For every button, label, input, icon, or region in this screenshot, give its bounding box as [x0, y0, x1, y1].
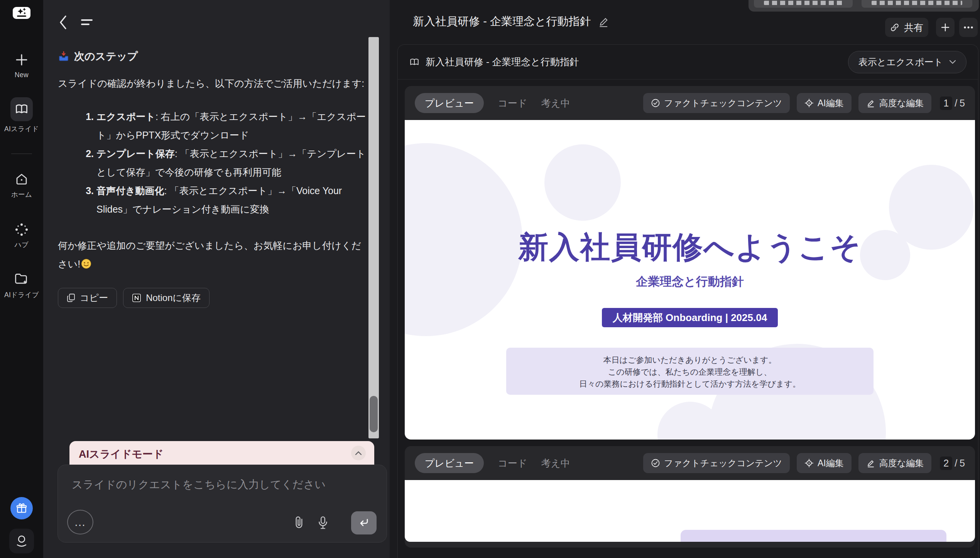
app-logo-icon[interactable] — [13, 7, 30, 19]
decorative-circle — [544, 144, 621, 221]
slide-card-2: プレビュー コード 考え中 ファクトチェックコンテンツ — [405, 446, 975, 548]
link-icon — [890, 23, 899, 32]
ai-target-icon — [804, 98, 814, 108]
next-steps-list: エクスポート: 右上の「表示とエクスポート」→「エクスポート」からPPTX形式で… — [58, 107, 369, 218]
tab-code[interactable]: コード — [498, 97, 527, 110]
ai-edit-button[interactable]: AI編集 — [797, 93, 852, 113]
slide-badge: 人材開発部 Onboarding | 2025.04 — [602, 308, 778, 327]
copy-button[interactable]: コピー — [58, 288, 117, 308]
tab-thinking[interactable]: 考え中 — [541, 97, 571, 110]
attach-file-button[interactable] — [293, 516, 306, 530]
chat-scrollbar-thumb[interactable] — [370, 396, 378, 432]
tab-thinking[interactable]: 考え中 — [541, 457, 571, 470]
user-avatar[interactable] — [9, 529, 34, 553]
tab-preview[interactable]: プレビュー — [415, 93, 484, 113]
gift-icon — [15, 502, 28, 514]
note-line: 日々の業務における行動指針として活かす方法を学びます。 — [506, 378, 874, 390]
list-item: テンプレート保存: 「表示とエクスポート」→「テンプレートとして保存」で今後の研… — [96, 144, 369, 181]
document-title-bar: 新入社員研修 - 企業理念と行動指針 — [413, 0, 609, 43]
list-item: エクスポート: 右上の「表示とエクスポート」→「エクスポート」からPPTX形式で… — [96, 107, 369, 144]
note-line: この研修では、私たちの企業理念を理解し、 — [506, 366, 874, 378]
collapse-banner-button[interactable] — [351, 446, 366, 460]
back-button[interactable] — [58, 15, 69, 30]
gift-button[interactable] — [10, 497, 33, 519]
advanced-edit-button[interactable]: 高度な編集 — [858, 93, 932, 113]
slide-card-header: プレビュー コード 考え中 ファクトチェックコンテンツ — [405, 86, 975, 120]
slide-title: 新入社員研修へようこそ — [405, 227, 975, 268]
sidebar: New AIスライド ホーム ハブ AIドライブ — [0, 0, 43, 558]
composer-input[interactable] — [71, 477, 373, 513]
ai-edit-button[interactable]: AI編集 — [797, 453, 852, 473]
home-icon[interactable] — [0, 172, 43, 186]
advanced-edit-button[interactable]: 高度な編集 — [858, 453, 932, 473]
page-indicator: 1/5 — [940, 96, 965, 110]
person-icon — [14, 533, 29, 549]
microphone-icon — [317, 516, 329, 530]
hub-icon[interactable] — [0, 222, 43, 237]
chat-closing-paragraph: 何か修正や追加のご要望がございましたら、お気軽にお申し付けください! — [58, 236, 369, 273]
fact-check-button[interactable]: ファクトチェックコンテンツ — [643, 93, 790, 113]
sidebar-divider — [11, 154, 32, 154]
enter-return-icon — [358, 517, 370, 528]
sidebar-item-hub-label[interactable]: ハブ — [0, 240, 43, 249]
copy-icon — [67, 293, 75, 303]
composer: … — [58, 465, 387, 542]
slide-subtitle: 企業理念と行動指針 — [405, 274, 975, 290]
new-chat-icon[interactable] — [0, 53, 43, 66]
tab-code[interactable]: コード — [498, 457, 527, 470]
edit-title-icon[interactable] — [598, 15, 610, 28]
share-button[interactable]: 共有 — [885, 18, 928, 37]
tab-preview[interactable]: プレビュー — [415, 453, 484, 473]
cutoff-popup — [749, 0, 979, 12]
sidebar-item-ai-slides[interactable] — [10, 97, 33, 121]
smiling-face-emoji — [81, 259, 91, 269]
check-circle-icon — [651, 458, 660, 468]
slides-preview-panel: 新入社員研修 - 企業理念と行動指針 表示とエクスポート プレビュー コード 考… — [397, 44, 978, 558]
document-title: 新入社員研修 - 企業理念と行動指針 — [413, 14, 591, 29]
inbox-tray-emoji — [58, 51, 69, 62]
paperclip-icon — [293, 516, 305, 529]
notion-icon — [132, 293, 141, 303]
slide-card-1: プレビュー コード 考え中 ファクトチェックコンテンツ — [405, 86, 975, 440]
next-steps-heading: 次のステップ — [58, 49, 369, 63]
popup-button[interactable] — [754, 0, 853, 8]
ellipsis-icon — [963, 26, 973, 29]
sidebar-item-ai-slides-label[interactable]: AIスライド — [0, 124, 43, 134]
pencil-icon — [866, 458, 875, 468]
slide-note-box: 本日はご参加いただきありがとうございます。 この研修では、私たちの企業理念を理解… — [506, 348, 874, 395]
panel-header: 新入社員研修 - 企業理念と行動指針 表示とエクスポート — [398, 45, 978, 79]
microphone-button[interactable] — [317, 516, 329, 530]
new-document-button[interactable] — [936, 18, 955, 37]
popup-button[interactable] — [862, 0, 972, 8]
assistant-message: 次のステップ スライドの確認が終わりましたら、以下の方法でご活用いただけます: … — [58, 49, 369, 308]
save-to-notion-button[interactable]: Notionに保存 — [123, 288, 210, 308]
pencil-icon — [866, 98, 875, 108]
ai-target-icon — [804, 458, 814, 468]
ai-drive-folder-icon[interactable] — [0, 272, 43, 286]
panel-title: 新入社員研修 - 企業理念と行動指針 — [409, 56, 579, 68]
sidebar-item-home-label[interactable]: ホーム — [0, 190, 43, 199]
more-options-button[interactable] — [959, 18, 978, 37]
sidebar-item-new-label[interactable]: New — [0, 71, 43, 79]
chat-intro-paragraph: スライドの確認が終わりましたら、以下の方法でご活用いただけます: — [58, 74, 369, 93]
note-line: 本日はご参加いただきありがとうございます。 — [506, 354, 874, 366]
slide-preview-1[interactable]: 新入社員研修へようこそ 企業理念と行動指針 人材開発部 Onboarding |… — [405, 120, 975, 440]
chat-scrollbar[interactable] — [368, 37, 379, 438]
slide-preview-2[interactable] — [405, 480, 975, 542]
sidebar-item-ai-drive-label[interactable]: AIドライブ — [0, 290, 43, 299]
slides-book-icon — [15, 102, 29, 116]
composer-more-button[interactable]: … — [67, 510, 93, 534]
slide2-content-box — [681, 530, 946, 542]
page-indicator: 2/5 — [940, 457, 965, 470]
list-item: 音声付き動画化: 「表示とエクスポート」→「Voice Your Slides」… — [96, 181, 369, 218]
slides-book-icon — [409, 57, 419, 67]
chevron-down-icon — [949, 60, 956, 64]
ai-slide-mode-label: AIスライドモード — [79, 447, 164, 461]
view-and-export-button[interactable]: 表示とエクスポート — [848, 51, 966, 73]
slide-card-header: プレビュー コード 考え中 ファクトチェックコンテンツ — [405, 446, 975, 480]
plus-icon — [941, 23, 950, 32]
send-button[interactable] — [351, 511, 377, 534]
sessions-menu-icon[interactable] — [81, 19, 93, 27]
chevron-up-icon — [355, 451, 362, 455]
fact-check-button[interactable]: ファクトチェックコンテンツ — [643, 453, 790, 473]
